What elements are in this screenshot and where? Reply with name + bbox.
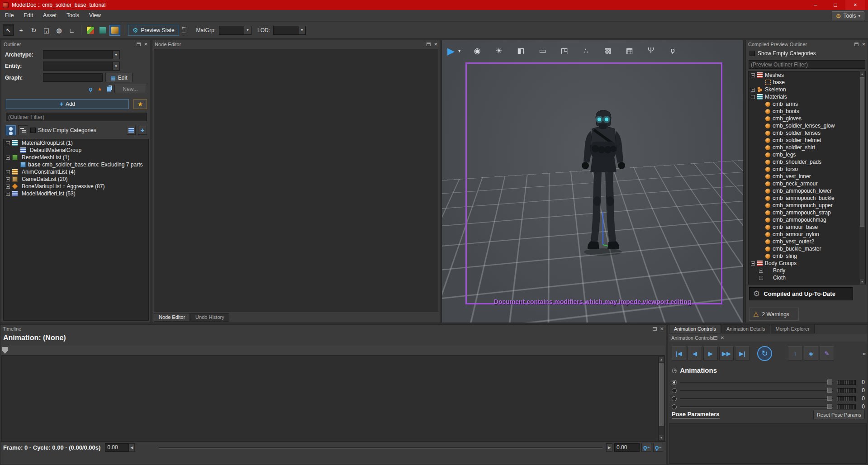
close-button[interactable]: ×: [845, 0, 865, 10]
animation-slider[interactable]: [680, 398, 833, 399]
float-panel-icon[interactable]: [137, 43, 141, 46]
archetype-select[interactable]: ▾: [43, 50, 120, 59]
float-panel-icon[interactable]: [653, 327, 657, 331]
float-panel-icon[interactable]: [427, 43, 431, 46]
paint-button[interactable]: ✎: [820, 346, 834, 361]
graph-input[interactable]: [43, 73, 103, 82]
tree-item[interactable]: ModelModifierList (53): [4, 190, 148, 197]
pose-parameters-link[interactable]: Pose Parameters: [672, 411, 720, 418]
flame-icon[interactable]: ▲: [96, 85, 103, 92]
graph-edit-button[interactable]: ▦ Edit: [105, 73, 133, 82]
preview-state-toggle[interactable]: ⚙ Preview State: [128, 25, 179, 36]
props-icon[interactable]: ▩: [601, 45, 614, 57]
go-to-start-button[interactable]: |◀: [672, 346, 686, 361]
reset-pose-params-button[interactable]: Reset Pose Params: [813, 410, 865, 419]
node-editor-canvas[interactable]: [154, 49, 438, 312]
zoom-in-icon[interactable]: ϙ+: [641, 443, 651, 452]
tree-item[interactable]: Skeleton: [749, 86, 865, 93]
tree-item[interactable]: base: [749, 79, 865, 86]
entity-select[interactable]: ▾: [43, 62, 120, 71]
preview-tree-scrollbar[interactable]: ▴ ▾: [859, 71, 865, 285]
expander-icon[interactable]: [759, 269, 763, 273]
frame-input[interactable]: [105, 443, 128, 452]
dock-tab[interactable]: Morph Explorer: [771, 325, 815, 333]
slider-handle[interactable]: [827, 380, 832, 384]
menu-item[interactable]: Asset: [38, 10, 62, 21]
expander-icon[interactable]: [751, 261, 755, 266]
timeline-track-area[interactable]: [1, 356, 665, 441]
gridmesh-button[interactable]: [97, 25, 108, 36]
dice-icon[interactable]: [180, 25, 190, 35]
tree-item[interactable]: cmb_vest_inner: [749, 173, 865, 180]
skeleton-icon[interactable]: Ψ: [644, 45, 658, 57]
outliner-filter-input[interactable]: [6, 113, 147, 121]
tree-item[interactable]: cmb_armour_nylon: [749, 231, 865, 238]
expander-icon[interactable]: [6, 170, 10, 174]
camera-icon[interactable]: ◉: [470, 45, 484, 57]
menu-item[interactable]: View: [84, 10, 106, 21]
tree-item[interactable]: cmb_torso: [749, 166, 865, 173]
slider-handle[interactable]: [827, 388, 832, 393]
close-panel-icon[interactable]: ×: [660, 327, 664, 331]
graph-new-button[interactable]: New...: [114, 85, 146, 93]
expander-icon[interactable]: [751, 88, 755, 92]
node-editor-tab[interactable]: Node Editor: [154, 313, 190, 322]
dock-tab[interactable]: Animation Details: [721, 325, 770, 333]
tree-item[interactable]: cmb_ammopouchmag: [749, 216, 865, 223]
select-tool-button[interactable]: ↖: [3, 24, 14, 36]
inspect-icon[interactable]: ϙ: [666, 45, 679, 57]
node-editor-tab[interactable]: Undo History: [190, 313, 229, 322]
show-bones-toggle[interactable]: [6, 125, 16, 135]
zoom-out-icon[interactable]: ϙ−: [653, 443, 663, 452]
pages-icon[interactable]: [105, 85, 112, 92]
physics-button[interactable]: ◈: [804, 346, 818, 361]
scale-tool-button[interactable]: ◱: [41, 24, 52, 36]
expander-icon[interactable]: [751, 95, 755, 99]
loop-toggle-button[interactable]: ↻: [757, 346, 772, 361]
menu-item[interactable]: Edit: [19, 10, 38, 21]
tree-item[interactable]: cmb_ammopouch_upper: [749, 202, 865, 209]
tree-item[interactable]: MaterialGroupList (1): [4, 139, 148, 147]
compile-button[interactable]: [109, 25, 120, 36]
tree-item[interactable]: cmb_legs: [749, 151, 865, 158]
tree-item[interactable]: cmb_soldier_lenses: [749, 129, 865, 137]
tree-item[interactable]: cmb_gloves: [749, 115, 865, 122]
expander-icon[interactable]: [6, 156, 10, 160]
lod-select[interactable]: ▾: [273, 26, 306, 35]
favorites-button[interactable]: ★: [133, 99, 147, 109]
rotate-tool-button[interactable]: ↻: [28, 24, 39, 36]
show-empty-checkbox[interactable]: [30, 128, 36, 133]
close-panel-icon[interactable]: ×: [144, 42, 147, 47]
axes-tool-button[interactable]: ∟: [66, 24, 77, 36]
play-button[interactable]: ▶: [703, 346, 718, 361]
collapse-left-icon[interactable]: ◀: [128, 443, 135, 452]
tree-view-toggle[interactable]: [18, 125, 28, 135]
chevron-down-icon[interactable]: ▾: [458, 48, 460, 53]
fast-forward-button[interactable]: ▶▶: [719, 346, 734, 361]
sphere-tool-button[interactable]: ◍: [53, 24, 65, 36]
cloth-icon[interactable]: ▦: [622, 45, 636, 57]
expander-icon[interactable]: [759, 276, 763, 280]
float-panel-icon[interactable]: [854, 43, 859, 46]
expander-icon[interactable]: [6, 141, 10, 145]
slider-handle[interactable]: [827, 396, 832, 401]
timeline-zoom-track[interactable]: [159, 447, 602, 449]
tools-dropdown-button[interactable]: ⚙ Tools ▾: [832, 11, 864, 20]
menu-item[interactable]: File: [0, 10, 19, 21]
toolbar-overflow-icon[interactable]: »: [863, 350, 866, 357]
close-panel-icon[interactable]: ×: [862, 42, 865, 47]
animation-slider[interactable]: [680, 390, 833, 391]
tree-item[interactable]: BoneMarkupList :: Aggressive (87): [4, 183, 148, 190]
add-node-button[interactable]: + Add: [6, 99, 129, 109]
tree-item[interactable]: cmb_boots: [749, 108, 865, 115]
tree-item[interactable]: cmb_shoulder_pads: [749, 158, 865, 166]
tree-item[interactable]: Body: [749, 267, 865, 274]
search-icon[interactable]: ϙ: [87, 85, 94, 92]
tree-item[interactable]: Body Groups: [749, 260, 865, 267]
timeline-scrollbar[interactable]: ▴ ▾: [658, 356, 664, 441]
warnings-button[interactable]: ⚠ 2 Warnings: [749, 308, 799, 321]
pan-right-icon[interactable]: ▶: [606, 443, 612, 452]
tree-item[interactable]: cmb_buckle_master: [749, 245, 865, 252]
mesh-icon[interactable]: ◧: [514, 45, 527, 57]
minimize-button[interactable]: –: [806, 0, 825, 10]
